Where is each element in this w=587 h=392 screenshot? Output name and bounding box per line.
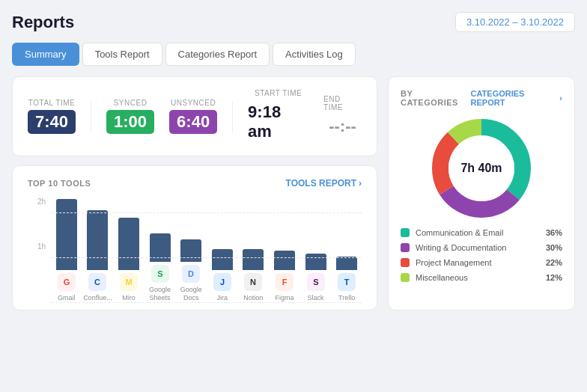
- bar-label-1: Conflue...: [83, 294, 112, 302]
- synced-value: 1:00: [106, 110, 154, 134]
- bar-label-5: Jira: [217, 294, 228, 302]
- svg-text:D: D: [188, 269, 194, 278]
- svg-text:M: M: [125, 278, 132, 287]
- stat-divider-2: [232, 102, 233, 132]
- legend-label-1: Writing & Documentation: [416, 243, 540, 252]
- bar-7: [274, 251, 295, 270]
- bar-icon-5: J: [213, 273, 231, 291]
- donut-chart: 7h 40m: [429, 116, 534, 221]
- legend-item-1: Writing & Documentation30%: [401, 243, 562, 252]
- bar-9: [336, 257, 357, 270]
- legend-pct-0: 36%: [546, 228, 562, 237]
- bar-6: [243, 249, 264, 270]
- bar-icon-2: M: [120, 273, 138, 291]
- bar-label-6: Notion: [243, 294, 263, 302]
- start-time-label: START TIME: [255, 89, 302, 97]
- legend-label-0: Communication & Email: [416, 228, 540, 237]
- tools-chart-card: TOP 10 TOOLS TOOLS REPORT › 2h 1h: [12, 165, 377, 310]
- bar-group-conflue...: CConflue...: [83, 210, 113, 302]
- end-time-label: END TIME: [323, 95, 362, 111]
- bar-label-9: Trello: [338, 294, 355, 302]
- svg-text:F: F: [282, 278, 288, 287]
- bar-label-4: Google Docs: [176, 286, 206, 302]
- synced-stat: SYNCED 1:00: [106, 99, 154, 134]
- legend-pct-1: 30%: [546, 243, 562, 252]
- bar-label-3: Google Sheets: [145, 286, 175, 302]
- y-label-1h: 1h: [28, 242, 49, 251]
- stat-divider-1: [91, 102, 91, 132]
- bar-8: [305, 254, 326, 270]
- bar-group-trello: TTrello: [332, 257, 362, 302]
- bar-group-figma: FFigma: [270, 251, 299, 302]
- right-panel: BY CATEGORIES CATEGORIES REPORT ›: [388, 76, 575, 310]
- bar-group-jira: JJira: [207, 249, 237, 302]
- legend-label-3: Miscellaneous: [416, 273, 540, 282]
- svg-text:N: N: [250, 278, 256, 287]
- bar-group-gmail: GGmail: [52, 199, 82, 302]
- bar-icon-4: D: [182, 265, 200, 283]
- synced-label: SYNCED: [114, 99, 147, 107]
- left-panel: TOTAL TIME 7:40 SYNCED 1:00 UNSYNCED 6:4…: [12, 76, 377, 310]
- donut-container: 7h 40m: [401, 116, 562, 221]
- bar-icon-6: N: [244, 273, 262, 291]
- tab-activities-log[interactable]: Activities Log: [273, 43, 356, 66]
- total-time-label: TOTAL TIME: [28, 99, 75, 107]
- tab-tools-report[interactable]: Tools Report: [82, 43, 162, 66]
- tools-card-header: TOP 10 TOOLS TOOLS REPORT ›: [28, 178, 362, 189]
- tools-chart-title: TOP 10 TOOLS: [28, 179, 91, 188]
- categories-title: BY CATEGORIES: [401, 89, 471, 107]
- legend-dot-2: [401, 258, 410, 267]
- bar-icon-1: C: [88, 273, 106, 291]
- svg-text:G: G: [64, 278, 70, 287]
- bar-label-2: Miro: [122, 294, 136, 302]
- main-content: TOTAL TIME 7:40 SYNCED 1:00 UNSYNCED 6:4…: [12, 76, 575, 310]
- bar-group-google-docs: DGoogle Docs: [176, 239, 206, 302]
- tools-report-link[interactable]: TOOLS REPORT ›: [286, 178, 362, 189]
- tab-categories-report[interactable]: Categories Report: [165, 43, 270, 66]
- categories-report-link[interactable]: CATEGORIES REPORT ›: [471, 89, 562, 107]
- bar-icon-9: T: [338, 273, 356, 291]
- unsynced-value: 6:40: [169, 110, 217, 134]
- bar-0: [56, 199, 77, 270]
- bar-label-0: Gmail: [58, 294, 76, 302]
- bar-group-google-sheets: SGoogle Sheets: [145, 233, 175, 302]
- unsynced-stat: UNSYNCED 6:40: [169, 99, 217, 134]
- bar-group-miro: MMiro: [114, 218, 144, 302]
- tab-summary[interactable]: Summary: [12, 43, 79, 66]
- header: Reports 3.10.2022 – 3.10.2022: [12, 12, 575, 32]
- legend-item-0: Communication & Email36%: [401, 228, 562, 237]
- date-range[interactable]: 3.10.2022 – 3.10.2022: [455, 12, 575, 32]
- bar-label-7: Figma: [275, 294, 294, 302]
- svg-text:T: T: [344, 278, 350, 287]
- y-axis: 2h 1h: [28, 197, 49, 287]
- chart-area: 2h 1h GGmailCConflue...MMiroSGoogle Shee…: [28, 197, 362, 302]
- tabs-container: Summary Tools Report Categories Report A…: [12, 43, 575, 66]
- legend-item-2: Project Management22%: [401, 258, 562, 267]
- bar-4: [180, 239, 201, 262]
- bar-2: [118, 218, 139, 270]
- bar-group-slack: SSlack: [301, 254, 331, 302]
- legend-dot-1: [401, 243, 410, 252]
- legend-item-3: Miscellaneous12%: [401, 273, 562, 282]
- bar-icon-7: F: [276, 273, 294, 291]
- bar-5: [212, 249, 233, 270]
- chart-bars: GGmailCConflue...MMiroSGoogle SheetsDGoo…: [52, 212, 362, 302]
- svg-text:S: S: [313, 278, 318, 287]
- svg-text:J: J: [220, 278, 225, 287]
- bar-icon-0: G: [58, 273, 76, 291]
- y-label-2h: 2h: [28, 197, 49, 206]
- bar-3: [150, 233, 171, 262]
- svg-text:C: C: [94, 278, 100, 287]
- bar-label-8: Slack: [308, 294, 324, 302]
- legend: Communication & Email36%Writing & Docume…: [401, 228, 562, 282]
- stats-card: TOTAL TIME 7:40 SYNCED 1:00 UNSYNCED 6:4…: [12, 76, 377, 156]
- bar-1: [87, 210, 108, 270]
- bar-icon-3: S: [151, 265, 169, 283]
- legend-dot-0: [401, 228, 410, 237]
- total-time-value: 7:40: [28, 110, 76, 134]
- bar-icon-8: S: [307, 273, 325, 291]
- legend-dot-3: [401, 273, 410, 282]
- end-time-value: --:--: [329, 114, 356, 138]
- end-time-stat: END TIME --:--: [323, 95, 362, 138]
- unsynced-label: UNSYNCED: [171, 99, 216, 107]
